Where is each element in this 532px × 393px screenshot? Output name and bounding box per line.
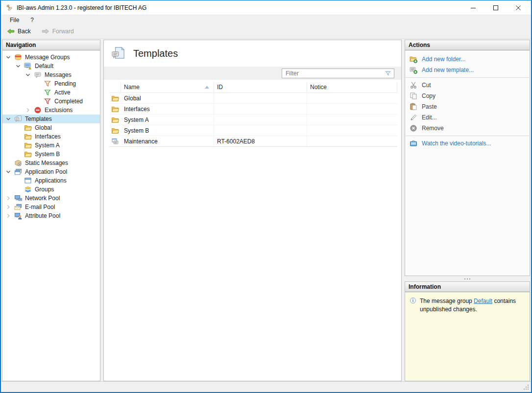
tree-item-network-pool[interactable]: Network Pool [2,194,100,203]
paste-icon [410,103,417,111]
tree-item-pending[interactable]: Pending [2,79,100,88]
tree-item-static-messages[interactable]: Static Messages [2,159,100,167]
tree-item-default[interactable]: Default [2,62,100,70]
tree-item-label: Interfaces [35,133,61,140]
templates-page-icon [111,46,126,61]
action-paste[interactable]: Paste [405,101,530,112]
back-arrow-icon [7,27,15,35]
tree-item-label: Message Groups [25,54,70,61]
info-icon [410,297,416,304]
column-header-notice[interactable]: Notice [307,82,397,93]
tree-item-label: Default [35,63,53,69]
chevron-down-icon[interactable] [4,115,12,123]
chevron-spacer [14,141,22,149]
close-icon [515,4,522,11]
app-window: IBI-aws Admin 1.23.0 - registered for IB… [0,0,532,393]
chevron-right-icon[interactable] [4,212,12,220]
table-row-interfaces[interactable]: Interfaces [109,104,397,115]
action-add-new-folder[interactable]: Add new folder... [405,54,530,65]
forward-button[interactable]: Forward [40,26,75,36]
close-button[interactable] [508,0,531,15]
resize-grip-icon[interactable] [523,384,530,391]
tree-item-label: Pending [54,80,76,87]
table-row-maintenance[interactable]: MaintenanceRT-6002AED8 [109,136,397,147]
tree-item-messages[interactable]: Messages [2,70,100,79]
action-edit[interactable]: Edit... [405,112,530,123]
tree-item-applications[interactable]: Applications [2,176,100,185]
information-panel: Information The message group Default co… [405,281,530,381]
tree-item-label: System A [35,142,60,149]
action-add-new-template[interactable]: Add new template... [405,65,530,75]
chevron-right-icon[interactable] [4,203,12,211]
tree-item-templates[interactable]: Templates [2,115,100,123]
tree-item-label: Applications [35,177,67,184]
menu-help[interactable]: ? [29,16,35,24]
maximize-button[interactable] [486,0,508,15]
tree-item-system-a[interactable]: System A [2,141,100,150]
column-header-name[interactable]: Name [121,82,214,93]
back-label: Back [18,28,31,35]
information-header: Information [405,282,530,292]
tree-item-application-pool[interactable]: Application Pool [2,167,100,176]
tree-item-e-mail-pool[interactable]: E-mail Pool [2,203,100,211]
filter-input[interactable] [283,69,385,77]
panel-splitter[interactable] [405,276,530,281]
tree-item-active[interactable]: Active [2,88,100,97]
table-row-system-a[interactable]: System A [109,115,397,125]
action-watch-the-video-tutorials[interactable]: Watch the video-tutorials... [405,138,530,149]
page-title: Templates [133,48,178,59]
tree-item-exclusions[interactable]: Exclusions [2,106,100,115]
actions-list: Add new folder...Add new template...CutC… [405,50,530,276]
chevron-down-icon[interactable] [4,53,12,61]
column-header-id[interactable]: ID [214,82,307,93]
chevron-down-icon[interactable] [24,71,32,79]
column-label-notice: Notice [310,84,327,91]
static-messages-icon [14,159,22,167]
tree-item-groups[interactable]: Groups [2,185,100,194]
table-row-global[interactable]: Global [109,93,397,104]
column-header-icon [109,82,121,93]
tree-item-attribute-pool[interactable]: Attribute Pool [2,211,100,220]
app-logo-icon [5,4,13,12]
tree-item-label: Network Pool [25,195,60,202]
default-group-link[interactable]: Default [474,298,492,304]
action-label: Add new folder... [422,56,465,63]
chevron-down-icon[interactable] [4,168,12,176]
folder-icon [24,133,32,140]
forward-arrow-icon [42,27,49,35]
chevron-spacer [4,159,12,167]
chevron-spacer [14,185,22,193]
menu-file[interactable]: File [9,16,20,24]
message-group-warning-icon [24,62,32,70]
tree-item-message-groups[interactable]: Message Groups [2,53,100,62]
action-remove[interactable]: Remove [405,123,530,134]
applications-icon [24,177,32,185]
toolbar: Back Forward [1,24,531,39]
cell-id [214,115,307,125]
information-body: The message group Default contains unpub… [405,292,530,381]
actions-divider [406,77,529,78]
chevron-down-icon[interactable] [14,62,22,70]
tree-item-system-b[interactable]: System B [2,150,100,159]
filter-active-icon [44,89,51,96]
chevron-spacer [14,150,22,158]
action-cut[interactable]: Cut [405,80,530,91]
sort-ascending-icon [205,86,209,89]
action-label: Paste [422,103,437,110]
main-panel: Templates Name ID [103,40,402,381]
table-header-row: Name ID Notice [109,82,397,93]
table-row-system-b[interactable]: System B [109,125,397,136]
funnel-icon[interactable] [385,70,391,77]
action-copy[interactable]: Copy [405,91,530,101]
minimize-button[interactable] [463,0,486,15]
chevron-right-icon[interactable] [4,194,12,202]
chevron-right-icon[interactable] [24,106,32,114]
folder-icon [111,127,119,135]
message-groups-icon [14,53,22,61]
tree-item-interfaces[interactable]: Interfaces [2,132,100,141]
tree-item-completed[interactable]: Completed [2,97,100,106]
folder-icon [111,94,119,102]
back-button[interactable]: Back [5,26,32,36]
tree-item-global[interactable]: Global [2,123,100,132]
table-body: GlobalInterfacesSystem ASystem BMaintena… [109,93,397,147]
